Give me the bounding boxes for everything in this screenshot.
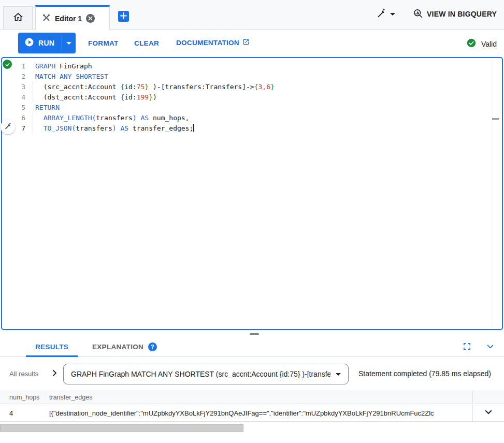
- code-line[interactable]: MATCH ANY SHORTEST: [32, 72, 502, 82]
- magic-wand-icon: [4, 122, 12, 132]
- open-in-new-icon: [242, 38, 250, 47]
- tab-editor-label: Editor 1: [55, 15, 82, 23]
- cell-transfer-edges: [{"destination_node_identifier":"mUZpbkd…: [49, 409, 472, 417]
- code-line[interactable]: TO_JSON(transfers) AS transfer_edges;: [32, 123, 502, 134]
- close-tab-icon[interactable]: [86, 14, 95, 23]
- code-lines[interactable]: GRAPH FinGraphMATCH ANY SHORTEST (src_ac…: [32, 58, 502, 329]
- line-number: 5: [2, 103, 32, 113]
- view-in-bigquery-button[interactable]: VIEW IN BIGQUERY: [413, 8, 497, 20]
- run-button[interactable]: RUN: [18, 33, 76, 53]
- documentation-label: DOCUMENTATION: [176, 39, 239, 47]
- code-line[interactable]: GRAPH FinGraph: [32, 61, 502, 72]
- code-line[interactable]: RETURN: [32, 103, 502, 113]
- code-line[interactable]: ARRAY_LENGTH(transfers) AS num_hops,: [32, 113, 502, 123]
- line-number: 3: [2, 82, 32, 92]
- validation-status: Valid: [467, 38, 497, 50]
- format-button[interactable]: FORMAT: [88, 39, 119, 47]
- help-icon[interactable]: ?: [148, 342, 157, 351]
- code-line[interactable]: (dst_accnt:Account {id:199}): [32, 92, 502, 103]
- code-editor[interactable]: 1234567 GRAPH FinGraphMATCH ANY SHORTEST…: [1, 57, 503, 330]
- query-valid-check-icon: [2, 59, 13, 70]
- home-icon: [12, 11, 24, 25]
- statement-select-value: GRAPH FinGraph MATCH ANY SHORTEST (src_a…: [71, 370, 330, 378]
- statement-status-text: Statement completed (79.85 ms elapsed): [358, 369, 491, 378]
- chevron-right-icon[interactable]: [50, 368, 59, 380]
- editor-scrollbar-marker: [492, 118, 499, 120]
- results-tabbar: RESULTS EXPLANATION ?: [0, 337, 504, 357]
- clear-button[interactable]: CLEAR: [134, 39, 159, 47]
- results-toolbar: All results GRAPH FinGraph MATCH ANY SHO…: [0, 357, 504, 391]
- panel-splitter[interactable]: [0, 330, 504, 337]
- column-header-num-hops: num_hops: [0, 394, 49, 401]
- tab-results-label: RESULTS: [35, 343, 68, 351]
- results-panel-actions: [462, 341, 496, 353]
- gemini-assist-menu[interactable]: [375, 7, 395, 21]
- header-end-cell: [472, 391, 504, 404]
- collapse-panel-button[interactable]: [485, 341, 496, 353]
- statement-select-dropdown[interactable]: GRAPH FinGraph MATCH ANY SHORTEST (src_a…: [63, 364, 349, 384]
- chevron-down-icon: [390, 13, 395, 16]
- cell-num-hops: 4: [0, 409, 49, 417]
- code-line[interactable]: (src_accnt:Account {id:75} )-[transfers:…: [32, 82, 502, 92]
- editor-scrollbar[interactable]: [493, 59, 493, 328]
- play-icon: [24, 37, 34, 49]
- scrollbar-thumb[interactable]: [0, 424, 243, 432]
- construction-icon: [42, 13, 51, 24]
- horizontal-scrollbar[interactable]: [0, 424, 504, 432]
- home-tab-button[interactable]: [3, 6, 33, 30]
- view-in-bigquery-label: VIEW IN BIGQUERY: [427, 10, 497, 18]
- chevron-down-icon: [336, 373, 341, 376]
- editor-toolbar: RUN FORMAT CLEAR DOCUMENTATION Valid: [0, 30, 504, 57]
- plus-icon: [120, 12, 127, 21]
- check-circle-icon: [467, 38, 476, 50]
- line-number: 4: [2, 92, 32, 103]
- fullscreen-button[interactable]: [462, 341, 472, 353]
- query-insights-icon: [413, 8, 423, 20]
- documentation-button[interactable]: DOCUMENTATION: [176, 38, 250, 47]
- results-table-header: num_hops transfer_edges: [0, 391, 504, 404]
- expand-row-button[interactable]: [472, 405, 504, 421]
- chevron-down-icon: [486, 342, 495, 352]
- all-results-label: All results: [9, 370, 38, 378]
- table-row[interactable]: 4 [{"destination_node_identifier":"mUZpb…: [0, 405, 504, 422]
- tabstrip-actions: VIEW IN BIGQUERY: [375, 7, 497, 21]
- magic-wand-icon: [375, 7, 386, 21]
- tab-editor-1[interactable]: Editor 1: [35, 5, 110, 30]
- tab-results[interactable]: RESULTS: [26, 337, 78, 356]
- fullscreen-icon: [463, 342, 471, 352]
- tab-explanation[interactable]: EXPLANATION ?: [83, 337, 166, 356]
- chevron-down-icon: [66, 42, 71, 45]
- run-button-main[interactable]: RUN: [18, 33, 62, 53]
- run-label: RUN: [38, 39, 54, 47]
- gemini-edit-button[interactable]: [1, 120, 15, 134]
- chevron-down-icon: [484, 407, 493, 419]
- spanner-studio-app: Editor 1: [0, 0, 504, 443]
- line-number: 2: [2, 72, 32, 82]
- valid-label: Valid: [481, 40, 497, 48]
- drag-handle[interactable]: [250, 333, 259, 335]
- run-options-dropdown[interactable]: [62, 33, 76, 53]
- tab-strip: Editor 1: [0, 0, 504, 30]
- column-header-transfer-edges: transfer_edges: [49, 394, 472, 401]
- text-cursor: [193, 124, 194, 132]
- add-tab-button[interactable]: [118, 11, 129, 22]
- gutter-numbers: 1234567: [2, 58, 32, 329]
- tab-explanation-label: EXPLANATION: [92, 343, 143, 351]
